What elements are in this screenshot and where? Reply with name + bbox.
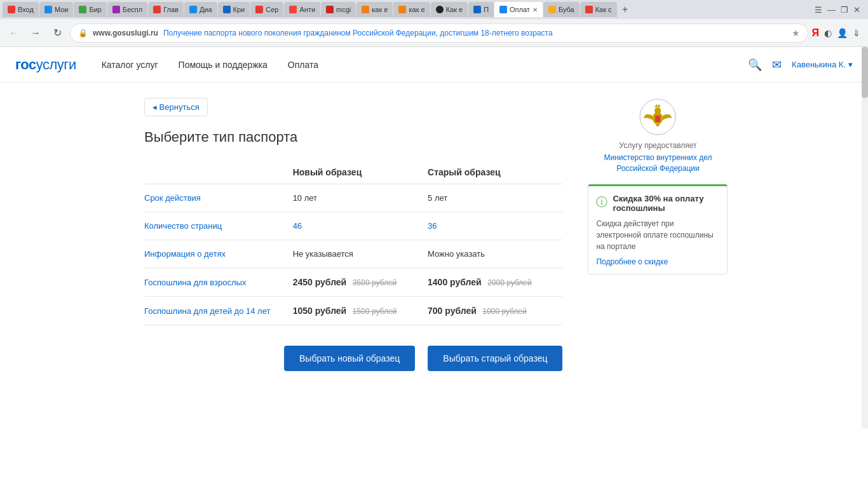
tab-glav[interactable]: Глав	[148, 2, 184, 17]
table-row: Срок действия 10 лет 5 лет	[144, 184, 562, 212]
tab-anti[interactable]: Анти	[284, 2, 320, 17]
nav-catalog[interactable]: Каталог услуг	[102, 60, 158, 70]
discount-header: ⓘ Скидка 30% на оплату госпошлины	[596, 194, 719, 213]
address-bar: ← → ↻ 🔒 www.gosuslugi.ru Получение паспо…	[0, 19, 868, 47]
new-tab-button[interactable]: +	[618, 2, 633, 17]
tab-ser[interactable]: Сер	[250, 2, 283, 17]
svg-point-2	[654, 107, 661, 114]
back-button[interactable]: ◂ Вернуться	[144, 98, 208, 116]
scrollbar[interactable]	[862, 47, 868, 428]
tab-kake1[interactable]: как е	[356, 2, 393, 17]
tab-favicon	[44, 6, 52, 13]
close-button[interactable]: ✕	[853, 5, 860, 15]
row-children-new: Не указывается	[293, 240, 428, 268]
user-menu[interactable]: Кавенькина К. ▾	[792, 60, 853, 69]
row-children-old: Можно указать	[428, 240, 562, 268]
row-validity-old: 5 лет	[428, 184, 562, 212]
tab-favicon	[289, 6, 297, 13]
mail-icon[interactable]: ✉	[772, 58, 782, 72]
site-header: госуслуги Каталог услуг Помощь и поддерж…	[0, 47, 868, 83]
tab-dia[interactable]: Диа	[184, 2, 217, 17]
col-header-label	[144, 161, 293, 184]
profile-icon[interactable]: 👤	[837, 28, 848, 38]
tab-kaks[interactable]: Как с	[580, 2, 617, 17]
ministry-name-link[interactable]: Министерство внутренних дел Российской Ф…	[588, 152, 728, 174]
tab-bir[interactable]: Бир	[74, 2, 106, 17]
nav-payment[interactable]: Оплата	[288, 60, 318, 70]
window-controls: ☰ — ❐ ✕	[815, 5, 865, 15]
tab-kri[interactable]: Кри	[218, 2, 250, 17]
site-logo[interactable]: госуслуги	[15, 57, 76, 73]
refresh-button[interactable]: ↻	[48, 24, 66, 42]
select-old-button[interactable]: Выбрать старый образец	[428, 346, 562, 371]
table-row: Количество страниц 46 36	[144, 212, 562, 240]
tab-p[interactable]: П	[468, 2, 494, 17]
main-nav: Каталог услуг Помощь и поддержка Оплата	[102, 60, 748, 70]
tab-bar: Вход Мои Бир Беспл Глав Диа Кри Сер	[0, 0, 868, 19]
tab-favicon	[255, 6, 263, 13]
extensions-icon[interactable]: ◐	[824, 28, 832, 38]
table-row: Информация о детях Не указывается Можно …	[144, 240, 562, 268]
page-content: госуслуги Каталог услуг Помощь и поддерж…	[0, 47, 868, 479]
tab-favicon	[398, 6, 406, 13]
address-field[interactable]: 🔒 www.gosuslugi.ru Получение паспорта но…	[70, 24, 808, 43]
row-label-fee-children: Госпошлина для детей до 14 лет	[144, 297, 293, 325]
bookmark-icon[interactable]: ★	[792, 28, 800, 38]
tab-favicon	[112, 6, 120, 13]
minimize-button[interactable]: —	[827, 5, 836, 15]
tab-mcgi[interactable]: mcgi	[321, 2, 356, 17]
sidebar: Услугу предоставляет Министерство внутре…	[588, 98, 728, 371]
row-label-children: Информация о детях	[144, 240, 293, 268]
comparison-table: Новый образец Старый образец Срок действ…	[144, 161, 562, 325]
menu-icon[interactable]: ☰	[815, 5, 822, 15]
domain-label: www.gosuslugi.ru	[93, 29, 158, 37]
col-header-new: Новый образец	[293, 161, 428, 184]
row-validity-new: 10 лет	[293, 184, 428, 212]
select-new-button[interactable]: Выбрать новый образец	[284, 346, 415, 371]
discount-box: ⓘ Скидка 30% на оплату госпошлины Скидка…	[588, 184, 728, 274]
yandex-logo: Я	[812, 27, 820, 39]
row-fee-children-old: 700 рублей 1000 рублей	[428, 297, 562, 325]
tab-favicon	[436, 6, 444, 13]
row-fee-adults-old: 1400 рублей 2000 рублей	[428, 268, 562, 297]
info-icon: ⓘ	[596, 194, 607, 210]
browser-window: Вход Мои Бир Беспл Глав Диа Кри Сер	[0, 0, 868, 479]
tab-favicon	[499, 6, 507, 13]
buttons-row: Выбрать новый образец Выбрать старый обр…	[144, 346, 562, 371]
tab-buba[interactable]: Буба	[543, 2, 580, 17]
row-pages-new[interactable]: 46	[293, 212, 428, 240]
discount-more-link[interactable]: Подробнее о скидке	[596, 257, 668, 266]
back-navigation-button[interactable]: ←	[5, 24, 23, 42]
tab-vhod[interactable]: Вход	[3, 2, 39, 17]
page-title: Выберите тип паспорта	[144, 129, 562, 146]
row-label-fee-adults: Госпошлина для взрослых	[144, 268, 293, 297]
row-pages-old[interactable]: 36	[428, 212, 562, 240]
search-icon[interactable]: 🔍	[748, 58, 762, 72]
tab-moi[interactable]: Мои	[39, 2, 74, 17]
ministry-provides-label: Услугу предоставляет	[588, 141, 728, 150]
content-left: ◂ Вернуться Выберите тип паспорта Новый …	[144, 98, 562, 371]
chevron-down-icon: ▾	[848, 60, 853, 69]
tab-favicon	[473, 6, 481, 13]
table-row: Госпошлина для взрослых 2450 рублей 3500…	[144, 268, 562, 297]
main-layout: ◂ Вернуться Выберите тип паспорта Новый …	[129, 83, 739, 386]
table-row: Госпошлина для детей до 14 лет 1050 рубл…	[144, 297, 562, 325]
tab-close-icon[interactable]: ✕	[532, 6, 538, 13]
ministry-emblem	[639, 98, 677, 136]
row-fee-adults-new: 2450 рублей 3500 рублей	[293, 268, 428, 297]
lock-icon: 🔒	[78, 29, 88, 37]
tab-kake3[interactable]: Как е	[431, 2, 468, 17]
row-label-validity: Срок действия	[144, 184, 293, 212]
maximize-button[interactable]: ❐	[841, 5, 848, 15]
scroll-thumb[interactable]	[862, 47, 868, 98]
tab-favicon	[585, 6, 593, 13]
logo-text-2: услуги	[36, 57, 76, 72]
col-header-old: Старый образец	[428, 161, 562, 184]
tab-oplat[interactable]: Оплат ✕	[494, 2, 543, 17]
tab-bespl[interactable]: Беспл	[107, 2, 147, 17]
tab-favicon	[8, 6, 15, 13]
forward-navigation-button[interactable]: →	[27, 24, 44, 42]
nav-help[interactable]: Помощь и поддержка	[179, 60, 268, 70]
tab-kake2[interactable]: как е	[393, 2, 430, 17]
download-icon[interactable]: ⇓	[853, 28, 860, 38]
